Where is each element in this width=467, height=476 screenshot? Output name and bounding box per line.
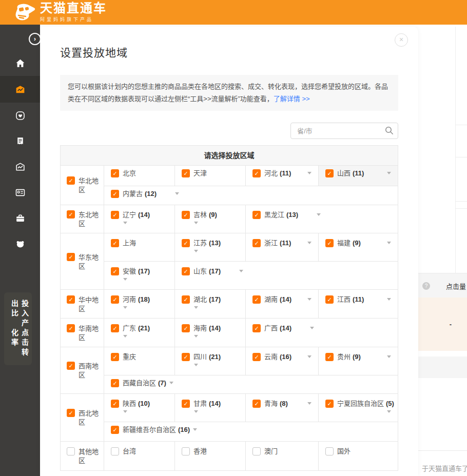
checkbox-辽宁[interactable]: ✓ <box>111 211 119 219</box>
checkbox-甘肃[interactable]: ✓ <box>182 400 190 408</box>
sidebar-item-contact-card[interactable] <box>0 180 40 205</box>
sidebar-item-account[interactable] <box>0 231 40 256</box>
clicks-column-header[interactable]: 点击量 <box>430 281 467 291</box>
background-page: ? 点击量 - 于天猫直通车 了 <box>418 25 467 476</box>
city-count: (10) <box>138 400 150 408</box>
campaign-chart-icon <box>15 84 26 95</box>
checkbox-广西[interactable]: ✓ <box>252 324 261 332</box>
mail-chart-icon <box>15 162 26 172</box>
山西-expand-chevron-down-icon[interactable] <box>387 169 398 174</box>
sidebar-item-favorites-heart[interactable] <box>0 103 40 128</box>
内蒙古-expand-chevron-down-icon[interactable] <box>175 190 179 195</box>
checkbox-天津[interactable]: ✓ <box>182 169 190 177</box>
checkbox-云南[interactable]: ✓ <box>252 353 261 361</box>
吉林-expand-chevron-down-icon[interactable] <box>194 222 245 224</box>
checkbox-山西[interactable]: ✓ <box>325 169 334 177</box>
宁夏回族自治区-expand-chevron-down-icon[interactable] <box>387 408 398 413</box>
clicks-value: - <box>450 321 467 328</box>
checkbox-华中地区[interactable]: ✓ <box>67 295 75 304</box>
checkbox-国外[interactable] <box>325 447 334 455</box>
checkbox-山东[interactable]: ✓ <box>182 267 190 275</box>
贵州-expand-chevron-down-icon[interactable] <box>387 353 398 358</box>
checkbox-内蒙古[interactable]: ✓ <box>111 190 119 198</box>
learn-more-link[interactable]: 了解详情 >> <box>274 95 310 103</box>
广东-expand-chevron-down-icon[interactable] <box>123 335 174 338</box>
青海-expand-chevron-down-icon[interactable] <box>307 400 318 405</box>
checkbox-新疆维吾尔自治区[interactable]: ✓ <box>111 426 119 434</box>
checkbox-湖北[interactable]: ✓ <box>182 295 190 304</box>
checkbox-湖南[interactable]: ✓ <box>252 295 261 304</box>
sidebar-item-campaign-chart[interactable] <box>0 76 40 103</box>
search-icon[interactable] <box>385 126 394 135</box>
province-cell-辽宁: ✓辽宁(14) <box>104 205 175 233</box>
湖南-expand-chevron-down-icon[interactable] <box>307 295 318 301</box>
checkbox-华东地区[interactable]: ✓ <box>67 253 75 261</box>
checkbox-安徽[interactable]: ✓ <box>111 267 119 275</box>
江苏-expand-chevron-down-icon[interactable] <box>194 250 245 252</box>
checkbox-澳门[interactable] <box>252 447 261 455</box>
sidebar-item-mail-chart[interactable] <box>0 154 40 180</box>
福建-expand-chevron-down-icon[interactable] <box>387 239 398 244</box>
海南-expand-chevron-down-icon[interactable] <box>194 335 245 338</box>
浙江-expand-chevron-down-icon[interactable] <box>307 239 318 244</box>
checkbox-上海[interactable]: ✓ <box>111 239 119 247</box>
checkbox-贵州[interactable]: ✓ <box>325 353 334 361</box>
checkbox-华南地区[interactable]: ✓ <box>67 324 75 332</box>
checkbox-河北[interactable]: ✓ <box>252 169 261 177</box>
checkbox-青海[interactable]: ✓ <box>252 400 261 408</box>
sidebar-item-home[interactable] <box>0 50 40 76</box>
close-icon[interactable]: × <box>395 33 408 47</box>
checkbox-西藏自治区[interactable]: ✓ <box>111 379 119 387</box>
checkbox-台湾[interactable] <box>111 447 119 455</box>
checkbox-重庆[interactable]: ✓ <box>111 353 119 361</box>
checkbox-其他地区[interactable] <box>67 447 75 455</box>
checkbox-华北地区[interactable]: ✓ <box>67 176 75 185</box>
checkbox-西北地区[interactable]: ✓ <box>67 409 75 417</box>
province-label: 甘肃 <box>193 400 207 408</box>
city-count: (5) <box>386 400 394 408</box>
checkbox-香港[interactable] <box>182 447 190 455</box>
新疆维吾尔自治区-expand-chevron-down-icon[interactable] <box>193 426 197 431</box>
tmall-express-logo[interactable]: 天猫直通车 阿里妈妈旗下产品 <box>13 2 107 23</box>
checkbox-江苏[interactable]: ✓ <box>182 239 190 247</box>
checkbox-四川[interactable]: ✓ <box>182 353 190 361</box>
bg-footer-text-right[interactable]: 了 <box>462 463 467 473</box>
checkbox-广东[interactable]: ✓ <box>111 324 119 332</box>
province-search-input[interactable] <box>290 123 398 139</box>
checkbox-吉林[interactable]: ✓ <box>182 211 190 219</box>
metrics-vertical-panel: 投入产出比 点击转化率 <box>4 292 32 365</box>
checkbox-西南地区[interactable]: ✓ <box>67 362 75 370</box>
sidebar-item-report-receipt[interactable] <box>0 128 40 154</box>
checkbox-江西[interactable]: ✓ <box>325 295 334 304</box>
bg-footer-text[interactable]: 于天猫直通车 <box>422 463 462 473</box>
help-icon[interactable]: ? <box>422 282 430 290</box>
四川-expand-chevron-down-icon[interactable] <box>194 364 245 366</box>
西藏自治区-expand-chevron-down-icon[interactable] <box>169 379 173 384</box>
checkbox-河南[interactable]: ✓ <box>111 295 119 304</box>
province-label: 江西 <box>337 295 351 304</box>
山东-expand-chevron-down-icon[interactable] <box>239 267 243 272</box>
黑龙江-expand-chevron-down-icon[interactable] <box>317 211 321 216</box>
checkbox-北京[interactable]: ✓ <box>111 169 119 177</box>
checkbox-东北地区[interactable]: ✓ <box>67 210 75 219</box>
湖北-expand-chevron-down-icon[interactable] <box>194 306 245 309</box>
河南-expand-chevron-down-icon[interactable] <box>123 306 174 309</box>
江西-expand-chevron-down-icon[interactable] <box>387 295 398 301</box>
toolbox-icon <box>15 213 26 224</box>
checkbox-浙江[interactable]: ✓ <box>252 239 261 247</box>
云南-expand-chevron-down-icon[interactable] <box>307 353 318 358</box>
checkbox-福建[interactable]: ✓ <box>325 239 334 247</box>
checkbox-海南[interactable]: ✓ <box>182 324 190 332</box>
广西-expand-chevron-down-icon[interactable] <box>310 324 314 329</box>
辽宁-expand-chevron-down-icon[interactable] <box>123 222 174 224</box>
province-cell-江西: ✓江西(11) <box>319 290 398 318</box>
甘肃-expand-chevron-down-icon[interactable] <box>194 410 245 413</box>
河北-expand-chevron-down-icon[interactable] <box>307 169 318 174</box>
checkbox-陕西[interactable]: ✓ <box>111 400 119 408</box>
sidebar-item-toolbox[interactable] <box>0 205 40 231</box>
tmall-train-logo-icon <box>13 2 37 23</box>
checkbox-宁夏回族自治区[interactable]: ✓ <box>325 400 334 408</box>
checkbox-黑龙江[interactable]: ✓ <box>252 211 261 219</box>
陕西-expand-chevron-down-icon[interactable] <box>123 410 174 413</box>
安徽-expand-chevron-down-icon[interactable] <box>123 278 174 281</box>
